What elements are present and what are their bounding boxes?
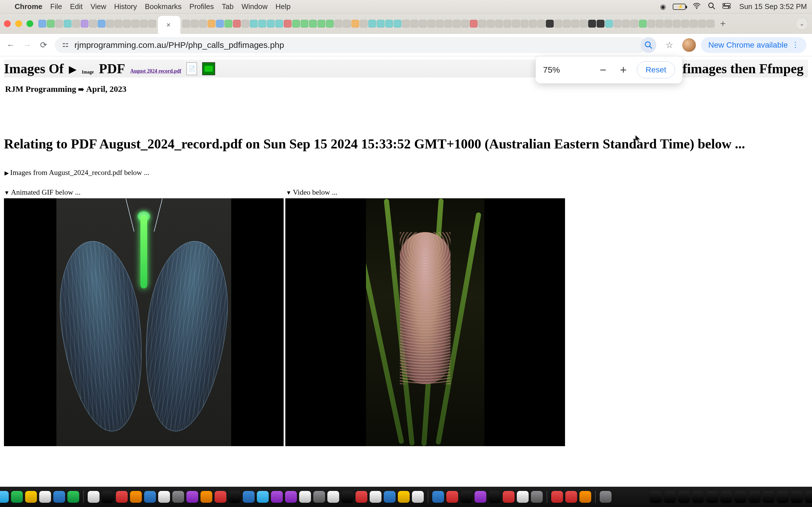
dock-app-icon[interactable] (186, 491, 198, 503)
tab-favicon[interactable] (123, 20, 131, 27)
tab-favicon[interactable] (64, 20, 71, 27)
dock-app-icon[interactable] (214, 491, 226, 503)
tab-favicon[interactable] (233, 20, 241, 27)
tab-favicon[interactable] (55, 20, 63, 27)
tab-favicon[interactable] (681, 20, 689, 27)
tab-favicon[interactable] (690, 20, 698, 27)
tab-group-right[interactable] (182, 20, 714, 27)
zoom-out-button[interactable]: − (596, 63, 610, 76)
dock-app-icon[interactable] (313, 491, 325, 503)
dock-app-icon[interactable] (579, 491, 591, 503)
window-zoom-icon[interactable] (27, 20, 33, 27)
tab-favicon[interactable] (461, 20, 469, 27)
tab-favicon[interactable] (199, 20, 207, 27)
tab-favicon[interactable] (630, 20, 638, 27)
tab-favicon[interactable] (622, 20, 630, 27)
tab-favicon[interactable] (436, 20, 444, 27)
tab-favicon[interactable] (140, 20, 148, 27)
tab-favicon[interactable] (419, 20, 427, 27)
profile-avatar[interactable] (682, 38, 696, 52)
tab-favicon[interactable] (368, 20, 376, 27)
dock-app-icon[interactable] (763, 491, 774, 503)
tab-favicon[interactable] (554, 20, 562, 27)
tab-favicon[interactable] (132, 20, 139, 27)
dock-app-icon[interactable] (384, 491, 396, 503)
tab-favicon[interactable] (267, 20, 274, 27)
images-disclosure[interactable]: Images from August_2024_record.pdf below… (4, 168, 808, 177)
address-bar[interactable]: rjmprogramming.com.au/PHP/php_calls_pdfi… (55, 37, 647, 53)
tab-favicon[interactable] (444, 20, 452, 27)
tab-favicon[interactable] (292, 20, 300, 27)
tab-favicon[interactable] (504, 20, 511, 27)
tab-favicon[interactable] (207, 20, 215, 27)
tab-favicon[interactable] (495, 20, 503, 27)
window-close-icon[interactable] (4, 20, 11, 27)
zoom-indicator-icon[interactable] (641, 37, 656, 53)
tab-favicon[interactable] (613, 20, 621, 27)
video-output-icon[interactable] (202, 62, 215, 75)
dock-app-icon[interactable] (327, 491, 339, 503)
tab-favicon[interactable] (394, 20, 402, 27)
chrome-update-button[interactable]: New Chrome available ⋮ (701, 37, 806, 53)
tab-favicon[interactable] (335, 20, 342, 27)
back-button[interactable]: ← (6, 40, 16, 50)
tab-favicon[interactable] (224, 20, 232, 27)
tab-favicon[interactable] (216, 20, 224, 27)
dock-app-icon[interactable] (67, 491, 79, 503)
tab-favicon[interactable] (588, 20, 596, 27)
menu-edit[interactable]: Edit (70, 2, 83, 11)
tab-favicon[interactable] (597, 20, 605, 27)
tab-favicon[interactable] (377, 20, 385, 27)
tab-favicon[interactable] (580, 20, 588, 27)
dock-app-icon[interactable] (503, 491, 515, 503)
dock-app-icon[interactable] (777, 491, 789, 503)
tab-favicon[interactable] (258, 20, 266, 27)
tabs-dropdown-icon[interactable]: ⌄ (796, 17, 808, 30)
dock-app-icon[interactable] (460, 491, 472, 503)
tab-favicon[interactable] (182, 20, 190, 27)
dock-app-icon[interactable] (271, 491, 283, 503)
video-panel[interactable] (285, 198, 565, 446)
dock-app-icon[interactable] (398, 491, 410, 503)
dock-app-icon[interactable] (53, 491, 65, 503)
tab-favicon[interactable] (707, 20, 714, 27)
dock-app-icon[interactable] (102, 491, 114, 503)
dock-app-icon[interactable] (172, 491, 184, 503)
dock-app-icon[interactable] (11, 491, 23, 503)
dock-app-icon[interactable] (600, 491, 612, 503)
tab-favicon[interactable] (605, 20, 613, 27)
tab-favicon[interactable] (656, 20, 664, 27)
tab-favicon[interactable] (529, 20, 537, 27)
reload-button[interactable]: ⟳ (38, 40, 49, 50)
tab-favicon[interactable] (351, 20, 359, 27)
dock-app-icon[interactable] (678, 491, 690, 503)
dock-app-icon[interactable] (749, 491, 760, 503)
dock-app-icon[interactable] (412, 491, 424, 503)
tab-favicon[interactable] (309, 20, 317, 27)
dock-app-icon[interactable] (257, 491, 269, 503)
tab-favicon[interactable] (301, 20, 308, 27)
tab-favicon[interactable] (563, 20, 571, 27)
active-tab[interactable]: × (158, 16, 181, 34)
wifi-icon[interactable] (693, 3, 701, 11)
menu-tab[interactable]: Tab (222, 2, 234, 11)
tab-favicon[interactable] (38, 20, 46, 27)
tab-favicon[interactable] (664, 20, 672, 27)
dock-app-icon[interactable] (243, 491, 255, 503)
tab-favicon[interactable] (571, 20, 579, 27)
spotlight-icon[interactable] (708, 2, 716, 11)
dock-app-icon[interactable] (116, 491, 128, 503)
tab-favicon[interactable] (114, 20, 122, 27)
tab-favicon[interactable] (47, 20, 55, 27)
menu-help[interactable]: Help (275, 2, 290, 11)
tab-favicon[interactable] (317, 20, 325, 27)
dock-app-icon[interactable] (356, 491, 367, 503)
tab-favicon[interactable] (98, 20, 105, 27)
dock-app-icon[interactable] (650, 491, 662, 503)
tab-favicon[interactable] (284, 20, 292, 27)
battery-icon[interactable]: ⚡ (673, 4, 686, 10)
tab-favicon[interactable] (698, 20, 706, 27)
tab-favicon[interactable] (453, 20, 461, 27)
tab-favicon[interactable] (520, 20, 528, 27)
dock-app-icon[interactable] (432, 491, 444, 503)
